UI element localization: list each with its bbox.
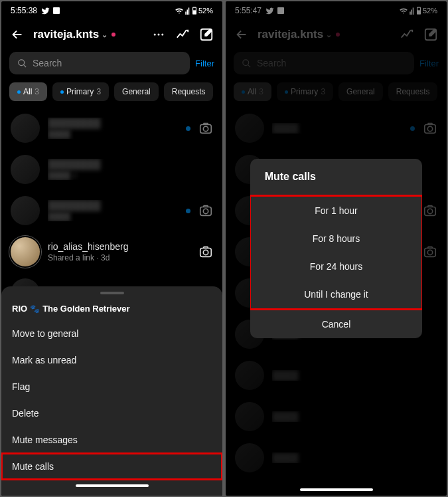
battery-percent: 52% (198, 7, 213, 15)
tab-requests[interactable]: Requests (164, 82, 214, 101)
search-placeholder: Search (33, 58, 62, 68)
nav-pill[interactable] (300, 488, 373, 491)
phone-left: 5:55:38 52% raviteja.knts ⌄ (1, 1, 222, 496)
sheet-flag[interactable]: Flag (1, 373, 222, 400)
svg-point-5 (161, 34, 163, 36)
svg-point-7 (19, 59, 25, 65)
filter-link[interactable]: Filter (195, 58, 214, 68)
dialog-options-highlight: For 1 hour For 8 hours For 24 hours Unti… (250, 195, 423, 310)
svg-point-3 (154, 34, 156, 36)
tab-primary[interactable]: Primary 3 (52, 82, 109, 101)
status-time: 5:55:38 (11, 6, 37, 15)
search-row: Search Filter (1, 49, 222, 80)
camera-icon[interactable] (198, 121, 213, 136)
camera-icon[interactable] (198, 203, 213, 218)
sheet-mark-unread[interactable]: Mark as unread (1, 347, 222, 373)
arrow-left-icon (10, 27, 25, 42)
dm-header: raviteja.knts ⌄ (1, 20, 222, 49)
chat-row-rio[interactable]: rio_alias_hisenberg Shared a link · 3d (1, 231, 222, 272)
signal-icon (185, 7, 190, 15)
inbox-tabs: All 3 Primary 3 General Requests (1, 80, 222, 108)
sheet-handle[interactable] (100, 292, 124, 294)
sheet-move-general[interactable]: Move to general (1, 320, 222, 347)
svg-point-4 (158, 34, 160, 36)
option-1-hour[interactable]: For 1 hour (251, 197, 422, 225)
avatar (11, 196, 40, 225)
unread-dot (186, 209, 190, 213)
username-label: raviteja.knts (33, 28, 99, 41)
avatar (11, 237, 40, 266)
paw-icon: 🐾 (30, 304, 40, 314)
avatar (11, 114, 40, 143)
dialog-overlay[interactable]: Mute calls For 1 hour For 8 hours For 24… (226, 1, 447, 496)
chat-name: rio_alias_hisenberg (48, 241, 198, 252)
unread-dot (186, 126, 190, 131)
avatar (11, 155, 40, 184)
notification-dot (112, 33, 115, 37)
battery-icon (192, 7, 197, 15)
nav-pill[interactable] (76, 484, 149, 487)
chat-subtitle: Shared a link · 3d (48, 253, 198, 262)
chevron-down-icon: ⌄ (102, 31, 108, 39)
linkedin-icon (52, 7, 60, 15)
sheet-mute-calls[interactable]: Mute calls (1, 453, 222, 480)
sheet-delete[interactable]: Delete (1, 400, 222, 427)
dialog-title: Mute calls (250, 159, 423, 195)
status-right-icons: 52% (175, 7, 213, 15)
search-input[interactable]: Search (9, 52, 190, 74)
sheet-title: RIO 🐾 The Golden Retriever (1, 301, 222, 320)
compose-icon (199, 27, 214, 42)
mute-calls-dialog: Mute calls For 1 hour For 8 hours For 24… (250, 159, 423, 338)
chat-row[interactable]: ████████████ d (1, 149, 222, 190)
svg-rect-12 (200, 248, 212, 257)
compose-button[interactable] (198, 27, 214, 43)
chat-row[interactable]: ████████████ (1, 108, 222, 149)
svg-point-9 (203, 126, 208, 131)
svg-point-13 (203, 250, 208, 254)
trending-icon (175, 27, 190, 42)
back-button[interactable] (9, 27, 25, 43)
tab-all[interactable]: All 3 (9, 82, 47, 101)
svg-rect-10 (200, 207, 212, 216)
account-switcher[interactable]: raviteja.knts ⌄ (33, 28, 115, 41)
nav-bar (226, 484, 447, 496)
option-24-hours[interactable]: For 24 hours (251, 252, 422, 280)
dots-icon (152, 28, 165, 41)
twitter-icon (41, 7, 50, 15)
nav-bar (1, 480, 222, 492)
svg-point-11 (203, 209, 208, 213)
search-icon (17, 58, 27, 68)
more-button[interactable] (151, 27, 167, 43)
status-bar: 5:55:38 52% (1, 1, 222, 20)
dialog-cancel[interactable]: Cancel (250, 310, 423, 338)
bottom-sheet: RIO 🐾 The Golden Retriever Move to gener… (1, 286, 222, 496)
wifi-icon (175, 7, 184, 15)
svg-rect-2 (193, 11, 196, 14)
svg-rect-0 (53, 7, 60, 14)
camera-icon[interactable] (198, 245, 213, 259)
option-8-hours[interactable]: For 8 hours (251, 225, 422, 252)
tab-general[interactable]: General (114, 82, 159, 101)
chat-row[interactable]: ████████████ (1, 190, 222, 231)
option-until-change[interactable]: Until I change it (251, 280, 422, 308)
phone-right: 5:55:47 52% raviteja.knts ⌄ (226, 1, 447, 496)
status-left-icons (41, 7, 60, 15)
trending-button[interactable] (175, 27, 190, 43)
sheet-mute-messages[interactable]: Mute messages (1, 427, 222, 453)
